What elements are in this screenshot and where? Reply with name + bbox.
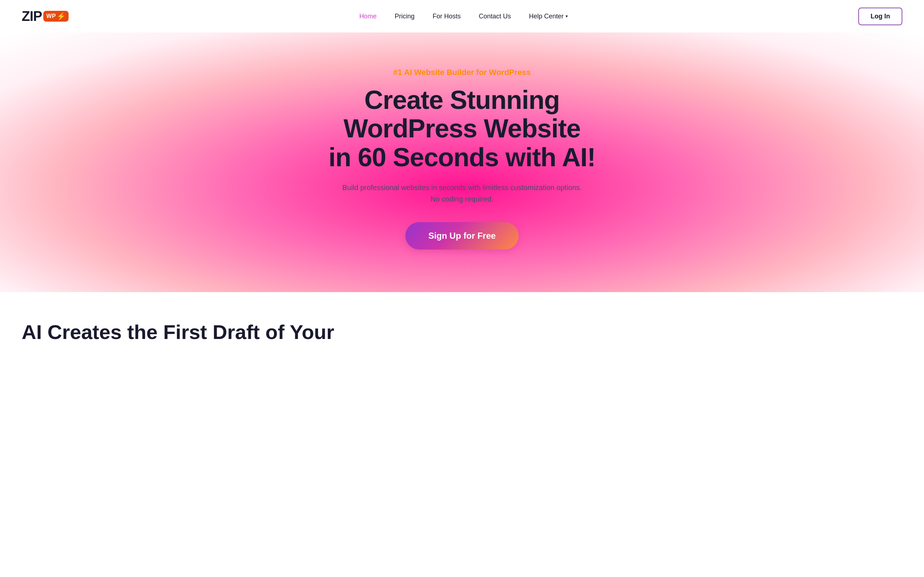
bottom-section: AI Creates the First Draft of Your (0, 292, 924, 358)
logo-wp-text: WP (46, 13, 56, 19)
nav-right: Log In (858, 8, 902, 25)
nav-link-help-center[interactable]: Help Center ▾ (529, 13, 567, 20)
nav-link-contact-us[interactable]: Contact Us (478, 13, 511, 20)
logo-badge: WP ⚡ (43, 11, 69, 22)
nav-item-contact-us[interactable]: Contact Us (478, 13, 511, 20)
nav-links: Home Pricing For Hosts Contact Us Help C… (359, 13, 567, 20)
nav-link-pricing[interactable]: Pricing (394, 13, 414, 20)
navbar: ZIP WP ⚡ Home Pricing For Hosts Contact … (0, 0, 924, 32)
nav-item-help-center[interactable]: Help Center ▾ (529, 13, 567, 20)
hero-subtitle: Build professional websites in seconds w… (300, 182, 624, 205)
nav-item-for-hosts[interactable]: For Hosts (432, 13, 460, 20)
lightning-icon: ⚡ (57, 12, 66, 21)
hero-content: #1 AI Website Builder for WordPress Crea… (300, 68, 624, 250)
logo[interactable]: ZIP WP ⚡ (22, 9, 69, 24)
hero-title-line2: in 60 Seconds with AI! (328, 143, 595, 172)
signup-cta-button[interactable]: Sign Up for Free (405, 222, 519, 250)
nav-item-home[interactable]: Home (359, 13, 376, 20)
hero-section: #1 AI Website Builder for WordPress Crea… (0, 32, 924, 292)
hero-subtitle-line2: No coding required. (431, 195, 494, 203)
hero-subtitle-line1: Build professional websites in seconds w… (342, 184, 582, 192)
nav-link-for-hosts[interactable]: For Hosts (432, 13, 460, 20)
hero-title: Create Stunning WordPress Website in 60 … (300, 86, 624, 172)
nav-link-home[interactable]: Home (359, 13, 376, 20)
hero-title-line1: Create Stunning WordPress Website (344, 85, 581, 143)
login-button[interactable]: Log In (858, 8, 902, 25)
chevron-down-icon: ▾ (565, 14, 568, 19)
hero-eyebrow: #1 AI Website Builder for WordPress (300, 68, 624, 77)
nav-item-pricing[interactable]: Pricing (394, 13, 414, 20)
logo-zip-text: ZIP (22, 9, 42, 24)
bottom-title: AI Creates the First Draft of Your (22, 321, 902, 343)
